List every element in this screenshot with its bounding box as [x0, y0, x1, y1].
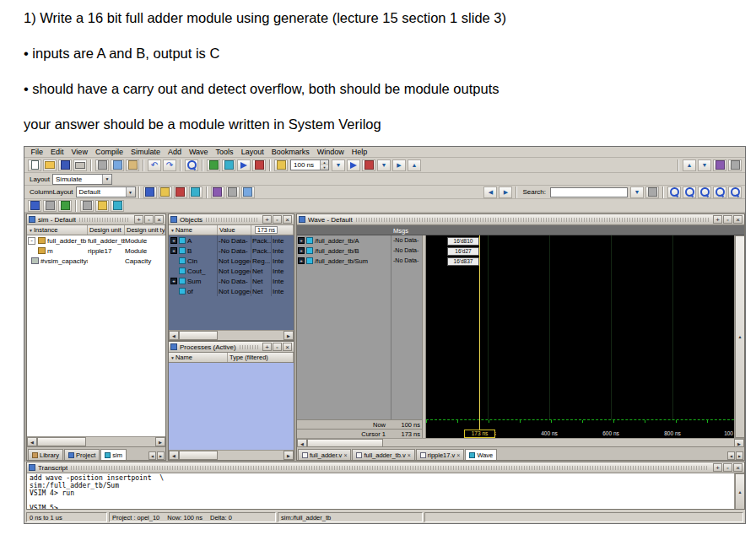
undock-icon[interactable] — [723, 215, 732, 224]
column-instance[interactable]: Instance — [27, 225, 88, 235]
step-into-icon[interactable] — [377, 159, 391, 171]
delete-cursor-icon[interactable] — [174, 186, 187, 198]
column-value[interactable]: Value — [218, 225, 251, 235]
close-icon[interactable] — [283, 215, 292, 224]
dock-icon[interactable] — [134, 215, 143, 224]
link-icon[interactable] — [241, 186, 255, 198]
tab-scroll-left-icon[interactable] — [148, 451, 156, 460]
tree-row-full-adder-tb[interactable]: full_adder_tb full_adder_tb Module — [27, 235, 165, 246]
objects-panel-header[interactable]: Objects — [169, 214, 294, 225]
column-time[interactable]: 173 ns — [251, 225, 294, 235]
tab-project[interactable]: Project — [64, 449, 100, 460]
expand-icon[interactable] — [298, 257, 305, 264]
tab-full-adder-tb-v[interactable]: full_adder_tb.v — [352, 449, 414, 460]
expand-icon[interactable] — [170, 278, 177, 284]
menu-tools[interactable]: Tools — [212, 148, 237, 156]
copy-icon[interactable] — [111, 159, 124, 171]
lock-icon[interactable] — [226, 186, 240, 198]
search-options-icon[interactable] — [645, 186, 659, 198]
object-row-A[interactable]: A -No Data- Pack... Inte — [169, 235, 294, 246]
panel-drag-handle[interactable] — [206, 218, 258, 222]
tab-sim[interactable]: sim — [100, 449, 127, 460]
snap-icon[interactable] — [58, 200, 72, 212]
menu-edit[interactable]: Edit — [47, 148, 68, 156]
close-icon[interactable] — [733, 215, 742, 224]
close-icon[interactable] — [733, 463, 742, 472]
previous-edge-icon[interactable] — [483, 186, 497, 198]
dropdown-arrow-icon[interactable] — [102, 175, 111, 184]
scroll-right-icon[interactable] — [284, 451, 294, 460]
run-length-spinner[interactable] — [320, 160, 328, 170]
collapse-rows-icon[interactable] — [95, 200, 109, 212]
tab-close-icon[interactable] — [343, 451, 347, 459]
paste-icon[interactable] — [126, 159, 139, 171]
collapse-expander-icon[interactable] — [28, 237, 35, 245]
dropdown-arrow-icon[interactable] — [126, 187, 135, 197]
signal-move-down-icon[interactable] — [698, 159, 711, 171]
panel-drag-handle[interactable] — [79, 218, 130, 222]
tab-scroll-right-icon[interactable] — [157, 451, 165, 460]
print-icon[interactable] — [73, 159, 87, 171]
scroll-left-icon[interactable] — [169, 331, 179, 340]
run-length-value[interactable]: 100 ns — [291, 161, 320, 169]
menu-simulate[interactable]: Simulate — [127, 148, 164, 156]
wave-signal-row-B[interactable]: /full_adder_tb/B — [297, 246, 391, 256]
panel-drag-handle[interactable] — [240, 345, 258, 349]
undock-icon[interactable] — [273, 343, 282, 351]
run-length-field[interactable]: 100 ns — [290, 159, 329, 170]
expand-icon[interactable] — [298, 247, 305, 254]
scrollbar-track[interactable] — [86, 437, 155, 446]
open-folder-icon[interactable] — [43, 159, 57, 171]
tab-ripple17-v[interactable]: ripple17.v — [416, 449, 465, 460]
column-type-filtered[interactable]: Type (filtered) — [228, 353, 294, 362]
object-row-Cin[interactable]: Cin Not Logged Reg... Inte — [169, 256, 294, 266]
wave-cursor-line[interactable] — [479, 235, 480, 430]
layout-select[interactable]: Simulate — [52, 174, 112, 185]
cursor-row[interactable]: Cursor 1 173 ns — [297, 429, 422, 438]
processes-panel-header[interactable]: Processes (Active) — [169, 342, 294, 353]
layout-value[interactable]: Simulate — [53, 176, 102, 183]
scrollbar-thumb[interactable] — [179, 451, 218, 460]
scrollbar-thumb[interactable] — [37, 437, 86, 446]
wave-signal-row-Sum[interactable]: /full_adder_tb/Sum — [297, 256, 391, 266]
next-edge-icon[interactable] — [499, 186, 512, 198]
menu-add[interactable]: Add — [164, 148, 185, 156]
object-row-Sum[interactable]: Sum -No Data- Net Inte — [169, 276, 294, 286]
close-icon[interactable] — [154, 215, 164, 224]
menu-file[interactable]: File — [27, 148, 47, 156]
scroll-up-icon[interactable] — [735, 235, 745, 438]
column-design-unit[interactable]: Design unit — [88, 225, 125, 235]
wave-vertical-scrollbar[interactable] — [734, 235, 744, 438]
sim-panel-header[interactable]: sim - Default — [27, 214, 165, 225]
scroll-right-icon[interactable] — [155, 437, 165, 446]
scroll-left-icon[interactable] — [169, 451, 179, 460]
panel-drag-handle[interactable] — [71, 466, 709, 470]
step-over-icon[interactable] — [392, 159, 406, 171]
dataflow-icon[interactable] — [713, 159, 726, 171]
tree-row-m[interactable]: m ripple17 Module — [27, 246, 165, 256]
tab-scroll-right-icon[interactable] — [736, 451, 743, 460]
zoom-cursor-icon[interactable] — [713, 186, 726, 198]
cursor-lock-icon[interactable] — [43, 200, 57, 212]
expand-icon[interactable] — [170, 247, 177, 254]
scrollbar-thumb[interactable] — [179, 331, 218, 340]
zoom-full-icon[interactable] — [698, 186, 711, 198]
column-name[interactable]: Name — [169, 353, 228, 362]
object-row-of[interactable]: of Not Logged Net Inte — [169, 286, 294, 296]
tree-row-vsim-capacity[interactable]: #vsim_capacity# Capacity — [27, 256, 165, 266]
cut-icon[interactable] — [95, 159, 109, 171]
menu-compile[interactable]: Compile — [91, 148, 127, 156]
insert-mode-icon[interactable] — [211, 186, 224, 198]
save-icon[interactable] — [58, 159, 72, 171]
columnlayout-value[interactable]: Default — [77, 188, 126, 196]
wave-signal-row-A[interactable]: /full_adder_tb/A — [297, 235, 391, 246]
waveform-area[interactable]: 16'd810 16'd27 16'd837 200 ns 400 ns 600… — [426, 235, 734, 438]
menu-bookmarks[interactable]: Bookmarks — [267, 148, 313, 156]
memory-view-icon[interactable] — [728, 159, 742, 171]
dock-icon[interactable] — [262, 343, 272, 351]
menu-help[interactable]: Help — [348, 148, 371, 156]
grid-icon[interactable] — [28, 200, 41, 212]
column-design-unit-type[interactable]: Design unit type — [125, 225, 165, 235]
run-icon[interactable] — [332, 159, 345, 171]
new-file-icon[interactable] — [28, 159, 41, 171]
